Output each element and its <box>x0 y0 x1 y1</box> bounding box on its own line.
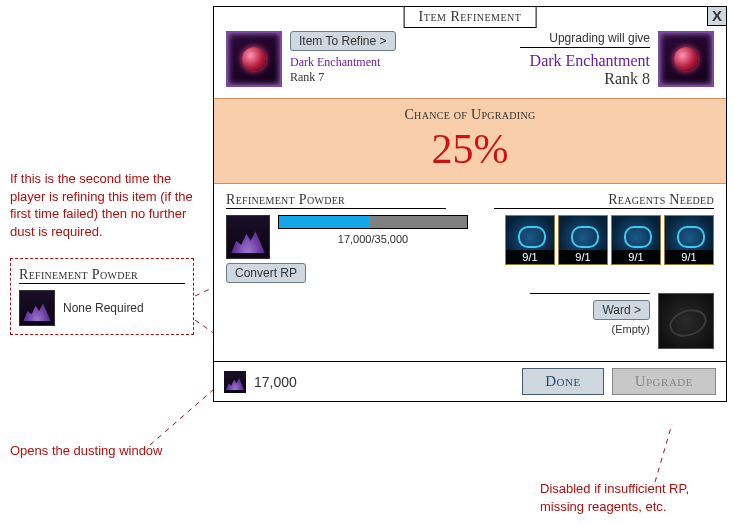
ward-button[interactable]: Ward > <box>593 300 650 320</box>
reagent-count: 9/1 <box>665 250 713 264</box>
powder-icon <box>226 215 270 259</box>
powder-progress-text: 17,000/35,000 <box>278 233 468 245</box>
item-to-refine-button[interactable]: Item To Refine > <box>290 31 396 51</box>
annotation-none-required-box: Refinement Powder None Required <box>10 258 194 335</box>
chance-label: Chance of Upgrading <box>214 107 726 123</box>
ward-section: Ward > (Empty) <box>530 293 650 335</box>
annotation-disabled: Disabled if insufficient RP, missing rea… <box>540 480 725 515</box>
reagent-count: 9/1 <box>559 250 607 264</box>
current-item-name: Dark Enchantment <box>290 55 396 70</box>
upgrade-preview-rank: Rank 8 <box>520 70 650 88</box>
current-item-rank: Rank 7 <box>290 70 396 85</box>
current-item-icon[interactable] <box>226 31 282 87</box>
reagent-slot[interactable]: 9/1 <box>505 215 555 265</box>
svg-line-3 <box>655 424 672 482</box>
upgrade-button[interactable]: Upgrade <box>612 368 716 395</box>
upgrade-preview-icon <box>658 31 714 87</box>
footer-powder-amount: 17,000 <box>254 374 514 390</box>
window-title: Item Refinement <box>404 6 537 28</box>
reagents-title: Reagents Needed <box>494 192 714 209</box>
annotation-second-time: If this is the second time the player is… <box>10 170 208 240</box>
reagent-slot[interactable]: 9/1 <box>664 215 714 265</box>
upgrade-preview-label: Upgrading will give <box>520 31 650 48</box>
footer-bar: 17,000 Done Upgrade <box>214 361 726 401</box>
annotation-none-required-text: None Required <box>63 301 144 315</box>
ward-slot[interactable] <box>658 293 714 349</box>
upgrade-preview-block: Upgrading will give Dark Enchantment Ran… <box>520 31 714 88</box>
chance-band: Chance of Upgrading 25% <box>214 98 726 184</box>
close-button[interactable]: X <box>707 6 727 26</box>
annotation-none-required-title: Refinement Powder <box>19 267 185 284</box>
powder-progress-bar <box>278 215 468 229</box>
done-button[interactable]: Done <box>522 368 603 395</box>
powder-icon <box>19 290 55 326</box>
refinement-window: Item Refinement X Item To Refine > Dark … <box>213 6 727 402</box>
powder-section: Refinement Powder 17,000/35,000 Convert … <box>226 192 468 283</box>
annotation-dusting: Opens the dusting window <box>10 442 162 460</box>
reagent-slot[interactable]: 9/1 <box>558 215 608 265</box>
reagent-count: 9/1 <box>506 250 554 264</box>
convert-rp-button[interactable]: Convert RP <box>226 263 306 283</box>
chance-value: 25% <box>214 125 726 173</box>
reagent-slot[interactable]: 9/1 <box>611 215 661 265</box>
current-item-block: Item To Refine > Dark Enchantment Rank 7 <box>226 31 396 88</box>
powder-icon <box>224 371 246 393</box>
ward-empty-label: (Empty) <box>530 323 650 335</box>
reagent-count: 9/1 <box>612 250 660 264</box>
upgrade-preview-name: Dark Enchantment <box>520 52 650 70</box>
reagents-section: Reagents Needed 9/1 9/1 9/1 9/1 <box>494 192 714 283</box>
powder-title: Refinement Powder <box>226 192 446 209</box>
